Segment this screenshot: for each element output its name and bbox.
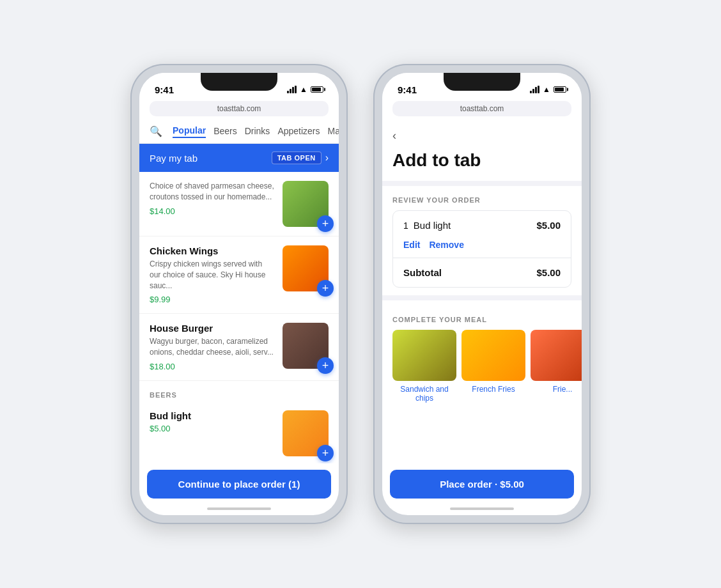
tab-beers[interactable]: Beers xyxy=(213,125,237,137)
menu-item-wings-desc: Crispy chicken wings served with our cho… xyxy=(150,259,275,291)
meal-suggestions: Sandwich and chips French Fries Frie... xyxy=(382,330,582,408)
order-item-name: Bud light xyxy=(414,220,451,231)
phone-1: 9:41 ▲ toasttab.com 🔍 Popular xyxy=(130,64,348,524)
nav-tabs: 🔍 Popular Beers Drinks Appetizers Ma... xyxy=(139,121,339,144)
add-burger-button[interactable]: + xyxy=(317,357,334,374)
meal-suggestion-2[interactable]: Frie... xyxy=(531,330,582,403)
chevron-right-icon: › xyxy=(325,152,329,164)
pay-tab-label: Pay my tab xyxy=(150,153,198,164)
meal-label-chips: Sandwich and chips xyxy=(392,385,456,403)
subtotal-label: Subtotal xyxy=(403,267,442,278)
meal-label-fries: French Fries xyxy=(461,385,525,394)
menu-item-budlight-img: + xyxy=(283,410,329,456)
subtotal-value: $5.00 xyxy=(536,267,561,278)
menu-item-wings-name: Chicken Wings xyxy=(150,245,275,256)
menu-item-salad-price: $14.00 xyxy=(150,206,275,216)
home-indicator-1 xyxy=(207,507,271,510)
menu-item-wings: Chicken Wings Crispy chicken wings serve… xyxy=(139,236,339,314)
add-budlight-button[interactable]: + xyxy=(317,445,334,461)
edit-link[interactable]: Edit xyxy=(403,240,420,250)
add-wings-button[interactable]: + xyxy=(317,280,334,297)
remove-link[interactable]: Remove xyxy=(429,240,463,250)
add-salad-button[interactable]: + xyxy=(317,215,334,232)
wifi-icon-2: ▲ xyxy=(543,85,550,94)
signal-icon-2 xyxy=(530,86,539,93)
signal-icon xyxy=(287,86,297,93)
pay-tab-bar[interactable]: Pay my tab TAB OPEN › xyxy=(139,144,339,172)
menu-item-budlight-name: Bud light xyxy=(150,410,275,421)
meal-suggestion-1[interactable]: French Fries xyxy=(461,330,525,403)
meal-label-fried: Frie... xyxy=(531,385,582,394)
status-time-1: 9:41 xyxy=(155,84,174,95)
search-icon[interactable]: 🔍 xyxy=(150,125,162,137)
menu-item-wings-img: + xyxy=(283,245,329,291)
home-indicator-2 xyxy=(450,507,514,510)
meal-img-fried xyxy=(531,330,582,381)
page-title: Add to tab xyxy=(382,145,582,181)
complete-meal-label: COMPLETE YOUR MEAL xyxy=(382,306,582,330)
order-qty: 1 xyxy=(403,220,408,231)
menu-item-wings-price: $9.99 xyxy=(150,295,275,304)
order-item-row: 1 Bud light $5.00 xyxy=(393,211,571,240)
section-divider-2 xyxy=(382,295,582,300)
status-icons-1: ▲ xyxy=(287,85,323,94)
order-item-price: $5.00 xyxy=(536,220,561,231)
review-order-label: REVIEW YOUR ORDER xyxy=(382,186,582,210)
order-actions: Edit Remove xyxy=(393,240,571,258)
place-order-button[interactable]: Place order · $5.00 xyxy=(390,470,574,499)
url-bar-1: toasttab.com xyxy=(150,101,329,116)
notch xyxy=(201,73,277,91)
url-bar-2: toasttab.com xyxy=(392,101,571,116)
menu-item-burger-price: $18.00 xyxy=(150,362,275,371)
continue-button[interactable]: Continue to place order (1) xyxy=(147,470,331,499)
menu-item-salad-desc: Choice of shaved parmesan cheese, crouto… xyxy=(150,181,275,203)
menu-item-burger: House Burger Wagyu burger, bacon, carame… xyxy=(139,314,339,381)
tab-more[interactable]: Ma... xyxy=(328,125,339,137)
status-icons-2: ▲ xyxy=(530,85,566,94)
subtotal-row: Subtotal $5.00 xyxy=(393,258,571,287)
tab-popular[interactable]: Popular xyxy=(173,124,206,138)
phone-2: 9:41 ▲ toasttab.com ‹ Add to tab xyxy=(373,64,591,524)
complete-meal-section: COMPLETE YOUR MEAL Sandwich and chips Fr… xyxy=(382,306,582,408)
menu-item-salad-img: + xyxy=(283,181,329,227)
back-button[interactable]: ‹ xyxy=(382,121,582,145)
status-time-2: 9:41 xyxy=(398,84,417,95)
wifi-icon: ▲ xyxy=(300,85,307,94)
menu-item-burger-img: + xyxy=(283,323,329,369)
battery-icon xyxy=(311,86,323,93)
meal-img-chips xyxy=(392,330,456,381)
menu-item-burger-desc: Wagyu burger, bacon, caramelized onions,… xyxy=(150,336,275,358)
battery-icon-2 xyxy=(554,86,566,93)
tab-drinks[interactable]: Drinks xyxy=(245,125,270,137)
meal-suggestion-0[interactable]: Sandwich and chips xyxy=(392,330,456,403)
menu-item-budlight: Bud light $5.00 + xyxy=(139,401,339,463)
tab-open-badge: TAB OPEN xyxy=(272,151,322,164)
section-divider-1 xyxy=(382,181,582,186)
order-card: 1 Bud light $5.00 Edit Remove Subtotal $… xyxy=(392,210,571,288)
menu-item-burger-name: House Burger xyxy=(150,323,275,334)
notch-2 xyxy=(444,73,520,91)
meal-img-fries xyxy=(461,330,525,381)
menu-item-salad: Choice of shaved parmesan cheese, crouto… xyxy=(139,172,339,236)
menu-scroll: Choice of shaved parmesan cheese, crouto… xyxy=(139,172,339,463)
menu-item-budlight-price: $5.00 xyxy=(150,424,275,433)
tab-appetizers[interactable]: Appetizers xyxy=(277,125,320,137)
beers-section-header: BEERS xyxy=(139,381,339,401)
